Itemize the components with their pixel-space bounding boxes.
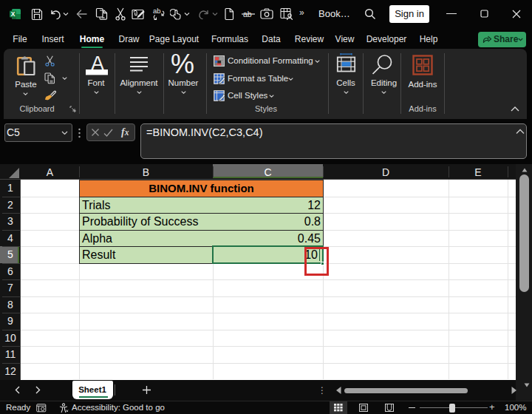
svg-text:X: X — [11, 10, 16, 18]
svg-text:ab: ab — [153, 7, 161, 15]
